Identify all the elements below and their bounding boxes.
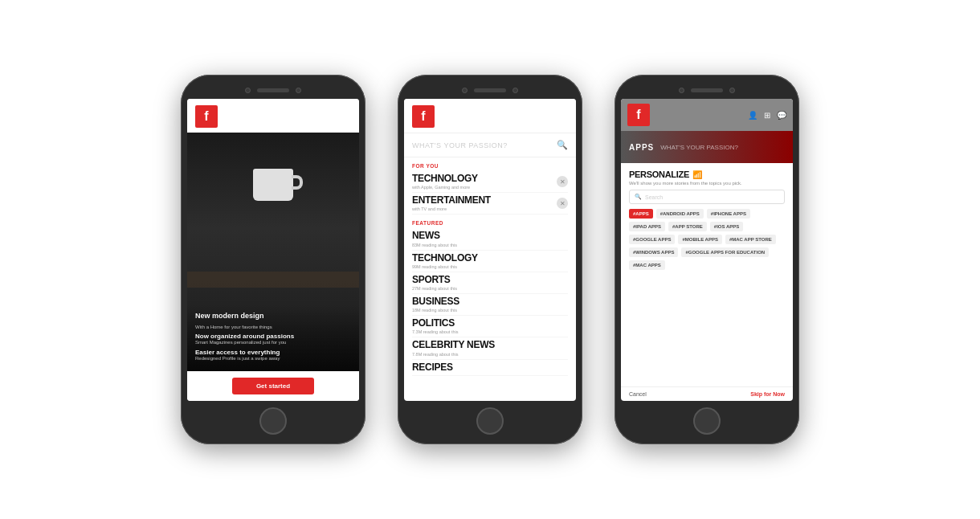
phone-bottom-2 xyxy=(404,407,576,435)
camera-dot-3 xyxy=(462,88,468,93)
tag-iphone-apps[interactable]: #IPHONE APPS xyxy=(707,209,750,219)
topic-title: POLITICS xyxy=(412,318,458,329)
flipboard-logo-3: f xyxy=(627,104,650,126)
personalize-subtitle: We'll show you more stories from the top… xyxy=(629,181,785,186)
table-surface xyxy=(187,272,359,288)
active-tag[interactable]: #APPS xyxy=(629,209,653,219)
topic-info: NEWS 83M reading about this xyxy=(412,231,457,247)
topic-row-technology-featured[interactable]: TECHNOLOGY 99M reading about this xyxy=(412,251,568,272)
topic-row-politics[interactable]: POLITICS 7.3M reading about this xyxy=(412,316,568,337)
tag-mac-apps[interactable]: #MAC APPS xyxy=(629,260,665,270)
s1-hero-image: New modern design With a Home for your f… xyxy=(187,133,359,371)
topic-info: TECHNOLOGY with Apple, Gaming and more xyxy=(412,174,478,190)
screen-1: f New modern design With a Home for your… xyxy=(187,99,359,401)
topic-info: SPORTS 27M reading about this xyxy=(412,275,457,291)
chat-icon[interactable]: 💬 xyxy=(777,111,786,120)
topic-row-technology-foryou[interactable]: TECHNOLOGY with Apple, Gaming and more ✕ xyxy=(412,171,568,193)
topic-row-sports[interactable]: SPORTS 27M reading about this xyxy=(412,272,568,294)
tag-google-apps[interactable]: #GOOGLE APPS xyxy=(629,235,675,244)
s2-search-bar[interactable]: WHAT'S YOUR PASSION? 🔍 xyxy=(404,133,576,157)
topic-sub: 99M reading about this xyxy=(412,264,478,269)
topic-row-business[interactable]: BUSINESS 18M reading about this xyxy=(412,294,568,316)
tags-container: #APPS #ANDROID APPS #IPHONE APPS #IPAD A… xyxy=(629,209,785,270)
tag-ios-apps[interactable]: #IOS APPS xyxy=(710,222,743,231)
topic-info: TECHNOLOGY 99M reading about this xyxy=(412,253,478,269)
topic-title: TECHNOLOGY xyxy=(412,174,478,184)
tag-app-store[interactable]: #APP STORE xyxy=(668,222,707,231)
section-label-for-you: FOR YOU xyxy=(412,163,568,169)
phone-screen-3: f 👤 ⊞ 💬 APPS WHAT'S YOUR PASSION? PERSON… xyxy=(621,99,793,401)
feature-1-title: New modern design xyxy=(195,312,351,321)
speaker-1 xyxy=(257,88,289,92)
topic-row-news[interactable]: NEWS 83M reading about this xyxy=(412,228,568,250)
camera-dot-1 xyxy=(245,88,251,93)
speaker-3 xyxy=(691,88,723,92)
home-button-1[interactable] xyxy=(259,407,287,435)
topic-title: BUSINESS xyxy=(412,296,459,307)
topic-title: RECIPES xyxy=(412,362,453,373)
home-button-2[interactable] xyxy=(476,407,504,435)
camera-dot-6 xyxy=(729,88,735,93)
get-started-button[interactable]: Get started xyxy=(232,378,314,394)
personalize-title: PERSONALIZE 📶 xyxy=(629,170,785,179)
topic-row-recipes[interactable]: RECIPES xyxy=(412,360,568,376)
topics-list: FOR YOU TECHNOLOGY with Apple, Gaming an… xyxy=(404,157,576,401)
search-input-placeholder: Search xyxy=(645,194,663,200)
topic-title: SPORTS xyxy=(412,275,457,285)
tag-android-apps[interactable]: #ANDROID APPS xyxy=(656,209,704,219)
topic-title: NEWS xyxy=(412,231,457,241)
cup-illustration xyxy=(249,169,297,213)
tag-windows-apps[interactable]: #WINDOWS APPS xyxy=(629,247,678,257)
topic-row-celebrity[interactable]: CELEBRITY NEWS 7.8M reading about this xyxy=(412,337,568,359)
search-icon-small: 🔍 xyxy=(635,194,642,200)
s3-search-box[interactable]: 🔍 Search xyxy=(629,190,785,204)
tag-mac-app-store[interactable]: #MAC APP STORE xyxy=(725,235,776,244)
cancel-button[interactable]: Cancel xyxy=(629,391,647,397)
topic-info: RECIPES xyxy=(412,362,453,373)
feature-1-sub: With a Home for your favorite things xyxy=(195,325,351,331)
topic-title: TECHNOLOGY xyxy=(412,253,478,264)
phone-screen-1: f New modern design With a Home for your… xyxy=(187,99,359,401)
s2-header: f xyxy=(404,99,576,133)
phone-bottom-1 xyxy=(187,407,359,435)
add-icon[interactable]: ✕ xyxy=(557,176,568,187)
phone-3: f 👤 ⊞ 💬 APPS WHAT'S YOUR PASSION? PERSON… xyxy=(615,75,799,444)
topic-sub: with TV and more xyxy=(412,206,491,211)
section-label-featured: FEATURED xyxy=(412,220,568,226)
flipboard-logo-2: f xyxy=(412,105,435,128)
phone-bottom-3 xyxy=(621,407,793,435)
wifi-icon: 📶 xyxy=(692,170,702,179)
search-icon[interactable]: 🔍 xyxy=(557,140,568,150)
topic-info: CELEBRITY NEWS 7.8M reading about this xyxy=(412,340,495,356)
home-button-3[interactable] xyxy=(693,407,721,435)
screen-3: f 👤 ⊞ 💬 APPS WHAT'S YOUR PASSION? PERSON… xyxy=(621,99,793,401)
cup-body xyxy=(253,169,293,201)
banner-apps-text: APPS xyxy=(629,143,654,152)
topic-sub: with Apple, Gaming and more xyxy=(412,185,478,190)
skip-button[interactable]: Skip for Now xyxy=(750,391,785,397)
topic-sub: 7.3M reading about this xyxy=(412,329,458,334)
tag-ipad-apps[interactable]: #IPAD APPS xyxy=(629,222,665,231)
banner-passion-text: WHAT'S YOUR PASSION? xyxy=(660,144,738,151)
grid-icon[interactable]: ⊞ xyxy=(764,111,770,120)
person-icon[interactable]: 👤 xyxy=(748,111,757,120)
camera-dot-5 xyxy=(679,88,684,93)
phone-2: f WHAT'S YOUR PASSION? 🔍 FOR YOU TECHNOL… xyxy=(398,75,582,444)
topic-sub: 7.8M reading about this xyxy=(412,352,495,357)
s3-header-icons: 👤 ⊞ 💬 xyxy=(748,111,786,120)
tag-google-edu[interactable]: #GOOGLE APPS FOR EDUCATION xyxy=(681,247,769,257)
s3-header: f 👤 ⊞ 💬 xyxy=(621,99,793,131)
phone-top-bar-2 xyxy=(404,84,576,96)
topic-info: BUSINESS 18M reading about this xyxy=(412,296,459,313)
camera-dot-4 xyxy=(512,88,518,93)
add-icon[interactable]: ✕ xyxy=(557,198,568,209)
s1-header: f xyxy=(187,99,359,133)
topic-title: CELEBRITY NEWS xyxy=(412,340,495,350)
cup-handle xyxy=(292,175,303,190)
personalize-section: PERSONALIZE 📶 We'll show you more storie… xyxy=(621,163,793,386)
feature-3-sub: Redesigned Profile is just a swipe away xyxy=(195,356,351,362)
camera-dot-2 xyxy=(296,88,301,93)
tag-mobile-apps[interactable]: #MOBILE APPS xyxy=(678,235,721,244)
speaker-2 xyxy=(474,88,506,92)
topic-row-entertainment[interactable]: ENTERTAINMENT with TV and more ✕ xyxy=(412,193,568,215)
